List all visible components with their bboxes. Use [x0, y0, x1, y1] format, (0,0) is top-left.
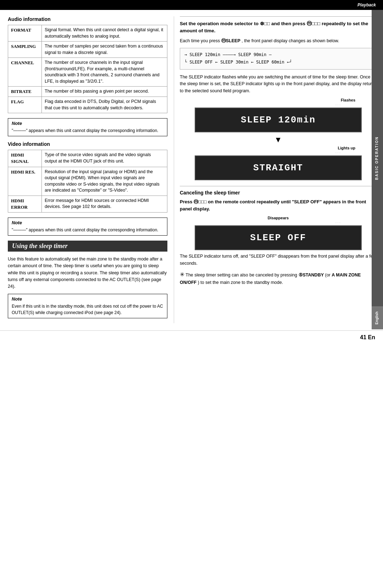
note-title-1: Note — [12, 121, 163, 126]
table-row: CHANNEL The number of source channels in… — [8, 58, 167, 87]
bottom-bar: 41 En — [0, 330, 383, 344]
sleep-indicator-text: The SLEEP indicator flashes while you ar… — [180, 74, 377, 94]
display-1: SLEEP 120min — [195, 108, 362, 132]
table-cell-desc: Signal format. When this unit cannot det… — [42, 25, 167, 42]
sleep-timer-heading: Using the sleep timer — [8, 241, 167, 252]
table-cell-desc: Flag data encoded in DTS, Dolby Digital,… — [42, 97, 167, 113]
set-operation-title: Set the operation mode selector to ⊗□□ a… — [180, 16, 377, 35]
video-info-header: Video information — [8, 141, 167, 147]
table-row: BITRATE The number of bits passing a giv… — [8, 87, 167, 97]
note-box-1: Note "———" appears when this unit cannot… — [8, 118, 167, 136]
display-3: SLEEP OFF — [195, 225, 362, 250]
table-cell-desc: Type of the source video signals and the… — [42, 150, 167, 167]
sleep-dot-indicator3: · · · — [335, 221, 340, 225]
main-content: Audio information FORMAT Signal format. … — [0, 10, 383, 323]
each-time-text: Each time you press ⓜSLEEP , the front p… — [180, 38, 377, 44]
left-column: Audio information FORMAT Signal format. … — [0, 16, 174, 323]
set-op-text2: and then press — [271, 21, 305, 26]
sleep-flow-diagram: → SLEEP 120min ————→ SLEEP 90min — └ SLE… — [180, 48, 377, 70]
table-cell-label: SAMPLING — [8, 42, 42, 58]
press-text: Press ⓜ□□□ on the remote control repeate… — [180, 198, 377, 212]
table-cell-label: FLAG — [8, 97, 42, 113]
table-cell-desc: The number of samples per second taken f… — [42, 42, 167, 58]
audio-info-table: FORMAT Signal format. When this unit can… — [8, 25, 167, 113]
sleep-timer-body: Use this feature to automatically set th… — [8, 256, 167, 290]
side-tabs: BASIC OPERATION English — [372, 10, 383, 329]
table-row: HDMI RES. Resolution of the input signal… — [8, 167, 167, 196]
table-cell-desc: The number of source channels in the inp… — [42, 58, 167, 87]
after-text: The SLEEP indicator turns off, and "SLEE… — [180, 253, 377, 267]
flow-line-1: → SLEEP 120min ————→ SLEEP 90min — — [184, 51, 372, 59]
set-op-text1: Set the operation mode selector to — [180, 21, 259, 26]
canceling-header: Canceling the sleep timer — [180, 186, 377, 196]
video-info-table: HDMI SIGNAL Type of the source video sig… — [8, 150, 167, 213]
basic-operation-tab: BASIC OPERATION — [372, 10, 383, 307]
down-arrow: ▼ — [180, 135, 377, 144]
flashes-label: Flashes — [180, 98, 355, 102]
display3-wrapper: Disappears · · · SLEEP OFF — [180, 216, 377, 250]
table-row: FLAG Flag data encoded in DTS, Dolby Dig… — [8, 97, 167, 113]
page-number: 41 En — [360, 334, 375, 341]
display1-wrapper: Flashes · · · SLEEP 120min — [180, 98, 377, 132]
tip-text: ✳ The sleep timer setting can also be ca… — [180, 270, 377, 286]
note-title-2: Note — [12, 220, 163, 225]
display2-wrapper: Lights up · · · STRAIGHT — [180, 146, 377, 180]
table-row: FORMAT Signal format. When this unit can… — [8, 25, 167, 42]
table-cell-label: HDMI SIGNAL — [8, 150, 42, 167]
note-text-2: "———" appears when this unit cannot disp… — [12, 227, 163, 233]
english-tab: English — [372, 307, 383, 329]
note-title-3: Note — [12, 296, 163, 302]
table-cell-desc: Resolution of the input signal (analog o… — [42, 167, 167, 196]
right-column: Set the operation mode selector to ⊗□□ a… — [174, 16, 383, 323]
note-text-1: "———" appears when this unit cannot disp… — [12, 127, 163, 134]
table-cell-label: CHANNEL — [8, 58, 42, 87]
sleep-label: ⓜSLEEP — [221, 38, 240, 43]
table-cell-desc: Error message for HDMI sources or connec… — [42, 196, 167, 212]
sleep-dot-indicator2: · · · — [335, 151, 340, 155]
display-2: STRAIGHT — [195, 155, 362, 180]
press-symbol: ⓜ□□□ — [194, 199, 208, 204]
table-row: HDMI ERROR Error message for HDMI source… — [8, 196, 167, 212]
standby-symbol: ⑤STANDBY — [299, 273, 324, 277]
top-bar: Playback — [0, 0, 383, 10]
top-bar-label: Playback — [357, 2, 376, 7]
table-cell-label: HDMI ERROR — [8, 196, 42, 212]
sun-symbol: ✳ — [180, 271, 184, 277]
table-cell-desc: The number of bits passing a given point… — [42, 87, 167, 97]
flow-line-2: └ SLEEP OFF ← SLEEP 30min ← SLEEP 60min … — [184, 59, 372, 66]
lights-up-label: Lights up — [180, 146, 355, 150]
table-row: SAMPLING The number of samples per secon… — [8, 42, 167, 58]
disappears-label: Disappears — [180, 216, 377, 220]
audio-info-header: Audio information — [8, 16, 167, 22]
table-cell-label: HDMI RES. — [8, 167, 42, 196]
table-cell-label: FORMAT — [8, 25, 42, 42]
note-text-3: Even if this unit is in the standby mode… — [12, 303, 163, 316]
table-row: HDMI SIGNAL Type of the source video sig… — [8, 150, 167, 167]
set-op-sym2: ⓜ□□□ — [307, 21, 322, 26]
table-cell-label: BITRATE — [8, 87, 42, 97]
set-op-sym1: ⊗□□ — [260, 21, 271, 26]
note-box-2: Note "———" appears when this unit cannot… — [8, 218, 167, 236]
note-box-3: Note Even if this unit is in the standby… — [8, 294, 167, 318]
sleep-dot-indicator: · · · — [335, 103, 340, 107]
